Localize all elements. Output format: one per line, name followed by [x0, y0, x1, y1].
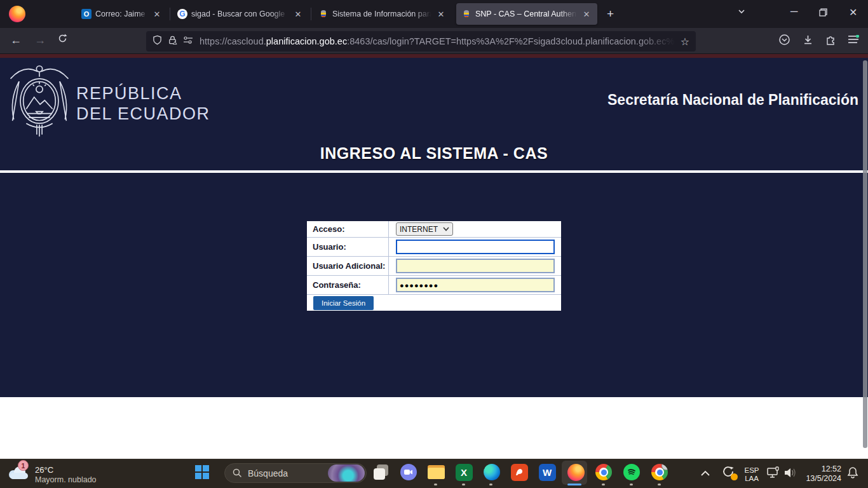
volume-icon[interactable]	[783, 467, 797, 481]
tab-separator	[170, 8, 170, 20]
word-icon[interactable]: W	[538, 463, 557, 482]
usuario-input[interactable]	[396, 240, 555, 254]
iniciar-sesion-button[interactable]: Iniciar Sesión	[313, 296, 374, 310]
sync-status-dot	[731, 473, 738, 480]
permissions-icon[interactable]	[183, 36, 193, 47]
tab-title: Sistema de Información para lo	[332, 10, 431, 18]
google-icon: G	[177, 9, 187, 19]
url-bar[interactable]: https://cascloud.planificacion.gob.ec:84…	[146, 31, 696, 51]
acceso-selected-value: INTERNET	[400, 225, 438, 234]
tab-title: Correo: Jaime Paredes - Outloo	[95, 10, 147, 18]
ecuador-crest-icon	[318, 9, 329, 19]
login-form: Acceso: INTERNET Usuario: Usuario Adicio…	[307, 221, 561, 311]
window-close-button[interactable]: ✕	[849, 6, 857, 18]
tracking-protection-shield-icon[interactable]	[153, 35, 162, 48]
bookmark-star-icon[interactable]: ☆	[681, 36, 689, 48]
cloud-icon: 1	[8, 465, 29, 479]
acceso-select[interactable]: INTERNET	[396, 222, 453, 236]
search-icon	[233, 468, 242, 478]
menu-hamburger-icon[interactable]	[848, 35, 859, 47]
screen: O Correo: Jaime Paredes - Outloo ✕ G sig…	[0, 0, 868, 488]
browser-tab-bar: O Correo: Jaime Paredes - Outloo ✕ G sig…	[0, 0, 868, 28]
form-row-acceso: Acceso: INTERNET	[307, 221, 561, 238]
tab-title: sigad - Buscar con Google	[191, 10, 288, 18]
new-tab-button[interactable]: +	[607, 7, 614, 21]
search-daily-image[interactable]	[328, 464, 365, 482]
lock-warning-icon[interactable]	[168, 35, 177, 48]
extensions-puzzle-icon[interactable]	[825, 34, 837, 48]
start-button[interactable]	[195, 465, 209, 479]
weather-badge: 1	[18, 460, 29, 471]
tray-show-hidden-chevron-icon[interactable]	[700, 468, 710, 479]
firefox-menu-icon[interactable]	[9, 6, 25, 22]
usuario-adicional-label: Usuario Adicional:	[307, 257, 389, 275]
file-explorer-icon[interactable]	[426, 463, 445, 482]
onedrive-sync-icon[interactable]	[721, 464, 737, 480]
edge-icon[interactable]	[482, 463, 501, 482]
language-indicator[interactable]: ESP LAA	[742, 466, 761, 483]
weather-temp: 26°C	[35, 465, 97, 475]
firefox-active-indicator	[567, 484, 581, 485]
back-button[interactable]: ←	[10, 34, 22, 47]
tray-date: 13/5/2024	[799, 474, 841, 484]
lang-bottom: LAA	[742, 475, 761, 483]
teams-chat-icon[interactable]	[399, 463, 418, 482]
ecuador-coat-of-arms	[6, 62, 72, 142]
search-placeholder: Búsqueda	[248, 468, 288, 478]
tab-close-icon[interactable]: ✕	[581, 10, 592, 19]
contrasena-label: Contraseña:	[307, 276, 389, 294]
forward-button[interactable]: →	[34, 34, 46, 47]
org-title: Secretaría Nacional de Planificación	[607, 92, 858, 109]
running-indicator	[462, 484, 465, 485]
tab-close-icon[interactable]: ✕	[435, 10, 447, 19]
chrome-profile-icon[interactable]	[650, 463, 669, 482]
outlook-icon: O	[81, 9, 92, 19]
ecuador-crest-icon	[461, 9, 471, 19]
form-row-usuario: Usuario:	[307, 238, 561, 257]
brand-line-1: REPÚBLICA	[76, 83, 182, 104]
page-scrollbar[interactable]	[863, 60, 867, 448]
acceso-label: Acceso:	[307, 221, 389, 237]
notifications-bell-icon[interactable]	[846, 466, 859, 482]
tab-close-icon[interactable]: ✕	[292, 10, 304, 19]
tab-title: SNP - CAS – Central Authentica	[475, 10, 577, 18]
tray-time: 12:52	[799, 464, 841, 474]
chrome-icon[interactable]	[594, 463, 613, 482]
running-indicator	[630, 484, 633, 485]
tab-separator	[311, 8, 311, 20]
tab-outlook[interactable]: O Correo: Jaime Paredes - Outloo ✕	[76, 3, 168, 25]
site-footer: Derechos Reservados © Secretaría Naciona…	[0, 397, 868, 459]
tab-close-icon[interactable]: ✕	[151, 10, 163, 19]
list-tabs-chevron-icon[interactable]	[737, 7, 746, 18]
clock-widget[interactable]: 12:52 13/5/2024	[799, 464, 841, 484]
excel-icon[interactable]: X	[454, 463, 473, 482]
taskbar-search[interactable]: Búsqueda	[224, 463, 367, 483]
tab-google-search[interactable]: G sigad - Buscar con Google ✕	[172, 3, 309, 25]
form-row-submit: Iniciar Sesión	[307, 295, 561, 311]
select-chevron-icon	[443, 227, 449, 231]
form-row-contrasena: Contraseña:	[307, 276, 561, 295]
spotify-icon[interactable]	[622, 463, 641, 482]
running-indicator	[602, 484, 605, 485]
tab-cas-login-active[interactable]: SNP - CAS – Central Authentica ✕	[456, 3, 597, 25]
firefox-icon[interactable]	[566, 463, 585, 482]
page-title: INGRESO AL SISTEMA - CAS	[0, 144, 868, 163]
usuario-label: Usuario:	[307, 238, 389, 256]
display-cast-icon[interactable]	[766, 466, 780, 482]
weather-condition: Mayorm. nublado	[35, 475, 97, 485]
usuario-adicional-input[interactable]	[396, 259, 555, 273]
contrasena-input[interactable]	[396, 278, 555, 292]
url-text[interactable]: https://cascloud.planificacion.gob.ec:84…	[200, 36, 675, 46]
weather-widget[interactable]: 1 26°C Mayorm. nublado	[8, 465, 135, 485]
window-maximize-button[interactable]	[819, 8, 827, 19]
running-indicator	[489, 484, 492, 485]
downloads-icon[interactable]	[802, 34, 814, 48]
form-row-usuario-adicional: Usuario Adicional:	[307, 257, 561, 276]
reload-button[interactable]	[57, 33, 68, 47]
task-view-icon[interactable]	[372, 463, 391, 482]
nitro-pdf-icon[interactable]	[510, 463, 529, 482]
window-minimize-button[interactable]: ─	[790, 6, 797, 17]
tab-sigad-system[interactable]: Sistema de Información para lo ✕	[313, 3, 452, 25]
windows-logo-icon	[195, 465, 209, 479]
pocket-icon[interactable]	[778, 34, 790, 48]
